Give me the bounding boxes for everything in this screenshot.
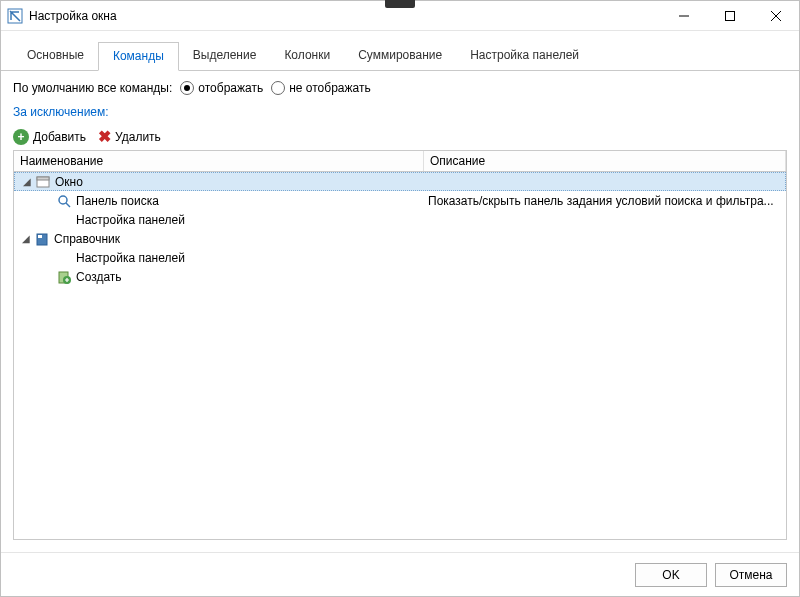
cancel-button[interactable]: Отмена <box>715 563 787 587</box>
search-icon <box>56 193 72 209</box>
table-row[interactable]: ◢Окно <box>14 172 786 191</box>
row-label: Справочник <box>54 232 120 246</box>
radio-show[interactable]: отображать <box>180 81 263 95</box>
table-header: Наименование Описание <box>14 151 786 172</box>
row-label: Настройка панелей <box>76 213 185 227</box>
tab-4[interactable]: Суммирование <box>344 42 456 71</box>
tab-strip: ОсновныеКомандыВыделениеКолонкиСуммирова… <box>1 31 799 71</box>
row-label: Окно <box>55 175 83 189</box>
cancel-label: Отмена <box>729 568 772 582</box>
ok-button[interactable]: OK <box>635 563 707 587</box>
radio-hide-label: не отображать <box>289 81 371 95</box>
add-label: Добавить <box>33 130 86 144</box>
commands-table: Наименование Описание ◢ОкноПанель поиска… <box>13 150 787 540</box>
tab-5[interactable]: Настройка панелей <box>456 42 593 71</box>
blank-icon <box>56 250 72 266</box>
expander-icon[interactable]: ◢ <box>21 176 33 187</box>
default-commands-label: По умолчанию все команды: <box>13 81 172 95</box>
plus-icon: + <box>13 129 29 145</box>
column-header-desc[interactable]: Описание <box>424 151 786 171</box>
cell-name: ◢Справочник <box>14 229 424 248</box>
cell-name: Настройка панелей <box>14 248 424 267</box>
top-ornament <box>385 0 415 8</box>
toolbar: + Добавить ✖ Удалить <box>13 127 787 146</box>
exception-label: За исключением: <box>13 105 787 119</box>
add-button[interactable]: + Добавить <box>13 129 86 145</box>
window-icon <box>35 174 51 190</box>
tab-0[interactable]: Основные <box>13 42 98 71</box>
maximize-button[interactable] <box>707 1 753 30</box>
close-icon <box>771 11 781 21</box>
table-row[interactable]: Панель поискаПоказать/скрыть панель зада… <box>14 191 786 210</box>
cell-name: ◢Окно <box>15 173 425 190</box>
radio-icon <box>271 81 285 95</box>
blank-icon <box>56 212 72 228</box>
cell-name: Настройка панелей <box>14 210 424 229</box>
close-button[interactable] <box>753 1 799 30</box>
row-label: Настройка панелей <box>76 251 185 265</box>
row-label: Панель поиска <box>76 194 159 208</box>
table-row[interactable]: Настройка панелей <box>14 210 786 229</box>
table-row[interactable]: ◢Справочник <box>14 229 786 248</box>
x-icon: ✖ <box>98 127 111 146</box>
radio-icon <box>180 81 194 95</box>
titlebar: Настройка окна <box>1 1 799 31</box>
default-commands-row: По умолчанию все команды: отображать не … <box>13 81 787 95</box>
delete-button[interactable]: ✖ Удалить <box>98 127 161 146</box>
tab-2[interactable]: Выделение <box>179 42 271 71</box>
app-icon <box>7 8 23 24</box>
cell-name: Создать <box>14 267 424 286</box>
table-row[interactable]: Создать <box>14 267 786 286</box>
cell-name: Панель поиска <box>14 191 424 210</box>
ok-label: OK <box>662 568 679 582</box>
tab-1[interactable]: Команды <box>98 42 179 71</box>
svg-rect-6 <box>38 235 42 238</box>
expander-icon[interactable]: ◢ <box>20 233 32 244</box>
radio-hide[interactable]: не отображать <box>271 81 371 95</box>
column-header-name[interactable]: Наименование <box>14 151 424 171</box>
tab-body: По умолчанию все команды: отображать не … <box>1 71 799 552</box>
maximize-icon <box>725 11 735 21</box>
cell-desc: Показать/скрыть панель задания условий п… <box>424 194 786 208</box>
minimize-icon <box>679 11 689 21</box>
minimize-button[interactable] <box>661 1 707 30</box>
svg-rect-3 <box>37 177 49 180</box>
table-row[interactable]: Настройка панелей <box>14 248 786 267</box>
svg-rect-1 <box>726 11 735 20</box>
create-icon <box>56 269 72 285</box>
row-label: Создать <box>76 270 122 284</box>
dialog-footer: OK Отмена <box>1 552 799 596</box>
radio-show-label: отображать <box>198 81 263 95</box>
tab-3[interactable]: Колонки <box>270 42 344 71</box>
window-frame: Настройка окна ОсновныеКомандыВыделениеК… <box>0 0 800 597</box>
window-title: Настройка окна <box>29 9 117 23</box>
svg-point-4 <box>59 196 67 204</box>
delete-label: Удалить <box>115 130 161 144</box>
table-body: ◢ОкноПанель поискаПоказать/скрыть панель… <box>14 172 786 539</box>
book-icon <box>34 231 50 247</box>
